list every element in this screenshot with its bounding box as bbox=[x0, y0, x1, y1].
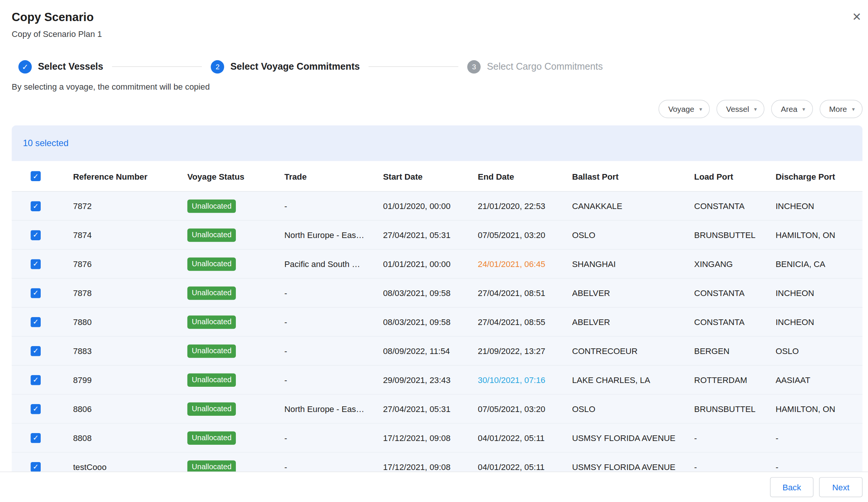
discharge-port-cell: INCHEON bbox=[776, 288, 863, 298]
load-port-cell: BERGEN bbox=[694, 346, 776, 356]
step-select-voyage-commitments[interactable]: 2 Select Voyage Commitments bbox=[211, 60, 360, 73]
filter-area-button[interactable]: Area ▾ bbox=[772, 100, 813, 118]
filter-bar: Voyage ▾ Vessel ▾ Area ▾ More ▾ bbox=[0, 100, 863, 118]
table-row[interactable]: ✓ 7872 Unallocated - 01/01/2020, 00:00 2… bbox=[12, 192, 862, 221]
start-date-cell: 08/03/2021, 09:58 bbox=[383, 317, 478, 327]
end-date-cell: 04/01/2022, 05:11 bbox=[478, 462, 572, 471]
load-port-cell: - bbox=[694, 462, 776, 471]
ballast-port-cell: ABELVER bbox=[572, 317, 694, 327]
row-checkbox[interactable]: ✓ bbox=[31, 317, 41, 327]
start-date-cell: 27/04/2021, 05:31 bbox=[383, 230, 478, 240]
reference-number-cell: 8808 bbox=[73, 433, 187, 442]
column-header-voyage-status: Voyage Status bbox=[187, 171, 284, 181]
end-date-cell: 21/01/2020, 22:53 bbox=[478, 201, 572, 211]
table-row[interactable]: ✓ 7878 Unallocated - 08/03/2021, 09:58 2… bbox=[12, 279, 862, 308]
discharge-port-cell: - bbox=[776, 433, 863, 442]
row-checkbox[interactable]: ✓ bbox=[31, 462, 41, 472]
trade-cell: - bbox=[284, 317, 383, 327]
discharge-port-cell: HAMILTON, ON bbox=[776, 404, 863, 414]
trade-cell: - bbox=[284, 288, 383, 298]
reference-number-cell: 7876 bbox=[73, 259, 187, 269]
column-header-ballast-port: Ballast Port bbox=[572, 171, 694, 181]
filter-vessel-button[interactable]: Vessel ▾ bbox=[717, 100, 765, 118]
discharge-port-cell: INCHEON bbox=[776, 317, 863, 327]
discharge-port-cell: INCHEON bbox=[776, 201, 863, 211]
chevron-down-icon: ▾ bbox=[852, 106, 854, 112]
page-title: Copy Scenario bbox=[12, 10, 868, 24]
row-checkbox[interactable]: ✓ bbox=[31, 375, 41, 385]
table-row[interactable]: ✓ 7883 Unallocated - 08/09/2022, 11:54 2… bbox=[12, 337, 862, 366]
start-date-cell: 29/09/2021, 23:43 bbox=[383, 375, 478, 385]
end-date-cell: 21/09/2022, 13:27 bbox=[478, 346, 572, 356]
dialog-footer: Back Next bbox=[0, 471, 868, 502]
select-all-checkbox[interactable]: ✓ bbox=[31, 171, 41, 181]
close-button[interactable]: ✕ bbox=[850, 9, 864, 24]
next-button[interactable]: Next bbox=[819, 477, 862, 497]
load-port-cell: CONSTANTA bbox=[694, 317, 776, 327]
reference-number-cell: 8806 bbox=[73, 404, 187, 414]
end-date-cell: 24/01/2021, 06:45 bbox=[478, 259, 572, 269]
row-checkbox[interactable]: ✓ bbox=[31, 433, 41, 443]
step-label: Select Vessels bbox=[38, 61, 103, 72]
row-checkbox[interactable]: ✓ bbox=[31, 288, 41, 298]
reference-number-cell: 7878 bbox=[73, 288, 187, 298]
filter-more-button[interactable]: More ▾ bbox=[820, 100, 863, 118]
discharge-port-cell: - bbox=[776, 462, 863, 471]
voyage-status-badge: Unallocated bbox=[187, 402, 236, 416]
voyage-status-badge: Unallocated bbox=[187, 431, 236, 445]
reference-number-cell: 8799 bbox=[73, 375, 187, 385]
table-row[interactable]: ✓ 7880 Unallocated - 08/03/2021, 09:58 2… bbox=[12, 308, 862, 337]
row-checkbox[interactable]: ✓ bbox=[31, 201, 41, 211]
voyage-status-badge: Unallocated bbox=[187, 373, 236, 387]
load-port-cell: CONSTANTA bbox=[694, 201, 776, 211]
ballast-port-cell: USMSY FLORIDA AVENUE bbox=[572, 433, 694, 442]
column-header-load-port: Load Port bbox=[694, 171, 776, 181]
step-label: Select Voyage Commitments bbox=[231, 61, 360, 72]
selection-summary: 10 selected bbox=[12, 125, 862, 161]
filter-label: Vessel bbox=[726, 105, 749, 114]
row-checkbox[interactable]: ✓ bbox=[31, 346, 41, 356]
trade-cell: North Europe - Eas… bbox=[284, 404, 383, 414]
step-connector bbox=[369, 66, 458, 67]
discharge-port-cell: AASIAAT bbox=[776, 375, 863, 385]
load-port-cell: BRUNSBUTTEL bbox=[694, 230, 776, 240]
start-date-cell: 01/01/2021, 00:00 bbox=[383, 259, 478, 269]
step-select-vessels[interactable]: ✓ Select Vessels bbox=[18, 60, 103, 73]
ballast-port-cell: OSLO bbox=[572, 230, 694, 240]
filter-voyage-button[interactable]: Voyage ▾ bbox=[659, 100, 710, 118]
start-date-cell: 01/01/2020, 00:00 bbox=[383, 201, 478, 211]
reference-number-cell: 7883 bbox=[73, 346, 187, 356]
filter-label: Area bbox=[781, 105, 798, 114]
table-row[interactable]: ✓ 8799 Unallocated - 29/09/2021, 23:43 3… bbox=[12, 366, 862, 395]
load-port-cell: CONSTANTA bbox=[694, 288, 776, 298]
column-header-reference-number: Reference Number bbox=[73, 171, 187, 181]
table-row[interactable]: ✓ testCooo Unallocated - 17/12/2021, 09:… bbox=[12, 453, 862, 473]
end-date-cell: 07/05/2021, 03:20 bbox=[478, 404, 572, 414]
load-port-cell: - bbox=[694, 433, 776, 442]
ballast-port-cell: CANAKKALE bbox=[572, 201, 694, 211]
table-body: ✓ 7872 Unallocated - 01/01/2020, 00:00 2… bbox=[12, 192, 862, 473]
voyage-status-badge: Unallocated bbox=[187, 315, 236, 329]
column-header-discharge-port: Discharge Port bbox=[776, 171, 863, 181]
discharge-port-cell: HAMILTON, ON bbox=[776, 230, 863, 240]
column-header-trade: Trade bbox=[284, 171, 383, 181]
table-row[interactable]: ✓ 7874 Unallocated North Europe - Eas… 2… bbox=[12, 221, 862, 250]
voyage-commitments-table: 10 selected ✓ Reference Number Voyage St… bbox=[12, 125, 862, 473]
reference-number-cell: testCooo bbox=[73, 462, 187, 471]
table-row[interactable]: ✓ 8806 Unallocated North Europe - Eas… 2… bbox=[12, 395, 862, 424]
column-header-start-date: Start Date bbox=[383, 171, 478, 181]
step-select-cargo-commitments[interactable]: 3 Select Cargo Commitments bbox=[468, 60, 603, 73]
trade-cell: - bbox=[284, 201, 383, 211]
stepper: ✓ Select Vessels 2 Select Voyage Commitm… bbox=[18, 60, 868, 73]
trade-cell: North Europe - Eas… bbox=[284, 230, 383, 240]
ballast-port-cell: OSLO bbox=[572, 404, 694, 414]
row-checkbox[interactable]: ✓ bbox=[31, 404, 41, 414]
step-label: Select Cargo Commitments bbox=[487, 61, 603, 72]
row-checkbox[interactable]: ✓ bbox=[31, 230, 41, 240]
table-row[interactable]: ✓ 7876 Unallocated Pacific and South … 0… bbox=[12, 250, 862, 279]
table-row[interactable]: ✓ 8808 Unallocated - 17/12/2021, 09:08 0… bbox=[12, 424, 862, 453]
back-button[interactable]: Back bbox=[770, 477, 813, 497]
start-date-cell: 17/12/2021, 09:08 bbox=[383, 433, 478, 442]
row-checkbox[interactable]: ✓ bbox=[31, 259, 41, 269]
voyage-status-badge: Unallocated bbox=[187, 199, 236, 213]
